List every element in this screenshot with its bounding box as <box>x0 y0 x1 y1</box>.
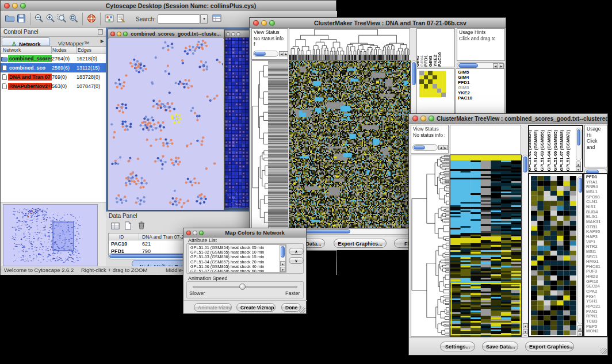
minimize-button[interactable] <box>12 3 18 9</box>
open-file-icon[interactable] <box>4 13 16 25</box>
scroll-right-button[interactable]: ▶ <box>284 51 288 56</box>
column-dendrogram[interactable] <box>289 28 410 55</box>
trash-icon[interactable] <box>136 220 147 232</box>
minimize-button[interactable] <box>420 116 426 121</box>
zoom-button[interactable] <box>123 32 128 36</box>
col-header-nodes[interactable]: Nodes <box>52 47 67 53</box>
search-input[interactable] <box>158 14 200 24</box>
scroll-down-button[interactable]: ▼ <box>523 329 528 334</box>
close-button[interactable] <box>253 20 259 26</box>
network-canvas[interactable] <box>109 38 223 210</box>
settings-button[interactable]: Settings... <box>440 342 475 351</box>
col-header-edges[interactable]: Edges <box>78 47 91 53</box>
network-list-row[interactable]: combined_sco2569(6)13112(15) <box>1 63 106 72</box>
main-heatmap[interactable] <box>450 155 522 337</box>
gene-label[interactable]: MON2 <box>586 329 605 334</box>
selection-row-label[interactable]: PFD1 <box>458 80 503 85</box>
attribute-list[interactable]: GPL51-01 (GSM854) heat shock 05 minGPL51… <box>189 244 286 273</box>
selection-row-label[interactable]: YKE2 <box>458 90 503 95</box>
table-icon[interactable] <box>109 221 121 232</box>
selection-heatmap[interactable] <box>531 176 576 335</box>
network-window-titlebar[interactable]: combined_scores_good.txt--cluste... <box>108 29 224 39</box>
move-down-button[interactable]: ∨ <box>289 257 304 264</box>
move-up-button[interactable]: ∧ <box>289 248 304 255</box>
scroll-right-button[interactable]: ▶ <box>499 63 504 68</box>
selection-row-label[interactable]: PAC10 <box>458 95 503 101</box>
network-list-row[interactable]: combined_scores2764(0)16218(0) <box>1 54 106 63</box>
scroll-down-button[interactable]: ▼ <box>280 267 285 272</box>
animate-vizmap-button[interactable]: Animate Vizmap <box>194 303 232 312</box>
attribute-list-item[interactable]: GPL51-07 (GSM868) heat shock 60 min <box>190 269 286 273</box>
view-status-scrollbar[interactable] <box>412 144 438 151</box>
attribute-browser-icon[interactable] <box>211 13 223 25</box>
export-graphics-button[interactable]: Export Graphics... <box>525 342 574 351</box>
minimize-button[interactable] <box>261 20 267 26</box>
scroll-down-button[interactable]: ▼ <box>576 167 581 172</box>
dialog-titlebar[interactable]: Map Colors to Network <box>183 228 306 237</box>
scroll-up-button[interactable]: ▲ <box>523 323 528 328</box>
create-vizmap-button[interactable]: Create Vizmap <box>236 303 276 312</box>
zoom-button[interactable] <box>20 3 26 9</box>
zoom-button[interactable] <box>269 20 275 26</box>
zoom-button[interactable] <box>429 116 434 121</box>
selection-row-label[interactable]: GIM4 <box>458 75 503 80</box>
close-button[interactable] <box>4 3 10 9</box>
treeview1-titlebar[interactable]: ClusterMaker TreeView : DNA and Tran 07-… <box>250 18 506 28</box>
help-icon[interactable] <box>86 13 97 25</box>
network-list-row[interactable]: DNA and Tran 07769(0)183728(0) <box>1 72 106 82</box>
float-panel-icon[interactable] <box>98 29 103 35</box>
done-button[interactable]: Done <box>281 303 301 312</box>
scroll-right-button[interactable]: ▶ <box>443 145 448 150</box>
vizmapper-icon[interactable] <box>104 13 115 25</box>
dense-network-canvas[interactable] <box>225 37 250 208</box>
scroll-up-button[interactable]: ▲ <box>280 261 285 266</box>
zoom-out-icon[interactable] <box>33 13 45 25</box>
scroll-up-button[interactable]: ▲ <box>577 325 583 331</box>
selection-matrix-heatmap[interactable] <box>419 71 446 97</box>
main-titlebar[interactable]: Cytoscape Desktop (Session Name: collins… <box>1 1 336 12</box>
main-heatmap[interactable] <box>289 60 411 228</box>
treeview2-titlebar[interactable]: ClusterMaker TreeView : combined_scores_… <box>409 114 607 124</box>
new-document-icon[interactable] <box>122 221 133 232</box>
selection-row-label[interactable]: GIM5 <box>458 70 503 75</box>
network-overview-canvas[interactable] <box>3 204 98 266</box>
scroll-up-button[interactable]: ▲ <box>576 162 581 167</box>
zoom-button[interactable] <box>199 231 204 235</box>
zoom-button[interactable] <box>236 32 240 36</box>
close-button[interactable] <box>110 32 115 36</box>
attribute-list-vscrollbar[interactable]: ▲ ▼ <box>280 245 286 272</box>
table-header-id[interactable]: ID <box>119 234 124 240</box>
zoom-selected-icon[interactable] <box>56 13 68 25</box>
tab-vizmapper[interactable]: VizMapper™ <box>51 37 96 46</box>
zoom-in-icon[interactable] <box>45 13 56 25</box>
column-labels-vscrollbar[interactable] <box>576 128 582 161</box>
scroll-left-button[interactable]: ◀ <box>493 63 498 68</box>
zoom-fit-icon[interactable] <box>68 13 79 25</box>
annotation-icon[interactable] <box>115 13 127 25</box>
minimize-button[interactable] <box>117 32 121 36</box>
col-header-network[interactable]: Network <box>3 47 21 53</box>
network-list-row[interactable]: RNAPuberNov2+l563(0)107847(0) <box>1 82 106 91</box>
selection-vscrollbar[interactable] <box>577 176 583 324</box>
minimize-button[interactable] <box>231 32 235 36</box>
close-button[interactable] <box>412 116 418 121</box>
export-graphics-button[interactable]: Export Graphics... <box>334 239 387 248</box>
close-button[interactable] <box>226 32 230 36</box>
status-hint-zoom: Right-click + drag to ZOOM <box>81 267 147 273</box>
close-button[interactable] <box>186 231 191 235</box>
slider-thumb[interactable] <box>239 283 246 290</box>
minimize-button[interactable] <box>193 231 197 235</box>
resize-grip[interactable] <box>600 348 607 354</box>
resize-grip[interactable] <box>299 306 305 313</box>
view-status-scrollbar[interactable] <box>253 51 278 57</box>
save-data-button[interactable]: Save Data... <box>482 342 518 351</box>
heatmap-hscrollbar[interactable] <box>289 228 410 235</box>
tab-overflow-arrow[interactable]: ▶ <box>101 39 104 44</box>
tab-network[interactable]: Network <box>2 37 50 46</box>
search-dropdown-button[interactable]: ▼ <box>200 14 208 24</box>
row-dendrogram[interactable] <box>251 60 269 228</box>
save-icon[interactable] <box>16 13 27 25</box>
scroll-down-button[interactable]: ▼ <box>577 331 583 336</box>
row-dendrogram[interactable] <box>411 155 450 337</box>
selection-row-label[interactable]: GIM3 <box>458 85 503 90</box>
